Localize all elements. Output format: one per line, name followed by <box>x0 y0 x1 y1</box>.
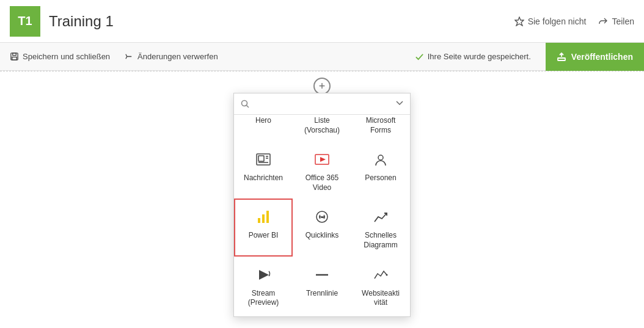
logo-text: T1 <box>18 14 32 28</box>
save-status-text: Ihre Seite wurde gespeichert. <box>428 52 531 61</box>
svg-marker-23 <box>320 157 326 162</box>
hero-label: Hero <box>255 116 271 126</box>
personen-icon <box>370 148 392 170</box>
picker-item-office365video[interactable]: Office 365 Video <box>293 141 351 199</box>
star-icon <box>514 16 524 26</box>
discard-label: Änderungen verwerfen <box>137 52 218 61</box>
follow-button[interactable]: Sie folgen nicht <box>514 16 587 26</box>
content-area: + HeroListe (Vorschau)Microsoft FormsNac… <box>0 71 644 328</box>
save-close-button[interactable]: Speichern und schließen <box>10 52 110 61</box>
picker-item-trennlinie[interactable]: Trennlinie <box>293 257 351 314</box>
page-title: Training 1 <box>49 13 114 30</box>
svg-rect-4 <box>558 58 565 60</box>
add-webpart-button[interactable]: + <box>313 78 331 95</box>
page-logo: T1 <box>10 6 40 37</box>
picker-item-quicklinks[interactable]: Quicklinks <box>293 199 351 256</box>
save-status: Ihre Seite wurde gespeichert. <box>415 52 531 61</box>
microsoft-forms-label: Microsoft Forms <box>366 116 396 135</box>
publish-icon <box>557 52 566 62</box>
picker-item-personen[interactable]: Personen <box>351 141 410 199</box>
personen-label: Personen <box>365 173 396 183</box>
picker-item-hero[interactable]: Hero <box>234 115 293 141</box>
share-label: Teilen <box>612 16 634 26</box>
share-icon <box>598 16 608 26</box>
office365video-icon <box>311 148 333 170</box>
svg-rect-18 <box>258 156 264 161</box>
svg-marker-29 <box>259 270 269 280</box>
picker-item-schnelles-diagramm[interactable]: Schnelles Diagramm <box>351 199 410 256</box>
svg-rect-27 <box>266 211 269 223</box>
svg-point-24 <box>378 155 383 160</box>
picker-item-websiteaktivitaet[interactable]: Websiteakti vität <box>351 257 410 314</box>
quicklinks-icon <box>311 206 333 228</box>
save-close-label: Speichern und schließen <box>23 52 110 61</box>
expand-icon <box>395 98 404 107</box>
trennlinie-icon <box>311 264 333 286</box>
header-actions: Sie folgen nicht Teilen <box>514 16 634 26</box>
office365video-label: Office 365 Video <box>306 173 338 192</box>
svg-marker-0 <box>515 17 524 26</box>
stream-label: Stream (Preview) <box>248 289 279 308</box>
search-icon <box>240 99 250 109</box>
follow-label: Sie folgen nicht <box>528 16 587 26</box>
check-icon <box>415 52 424 61</box>
quicklinks-label: Quicklinks <box>306 231 339 241</box>
discard-icon <box>125 52 134 61</box>
nachrichten-label: Nachrichten <box>244 173 283 183</box>
websiteaktivitaet-icon <box>370 264 392 286</box>
svg-point-31 <box>386 274 388 275</box>
picker-item-microsoft-forms[interactable]: Microsoft Forms <box>351 115 410 141</box>
publish-button[interactable]: Veröffentlichen <box>546 43 644 71</box>
powerbi-icon <box>252 206 274 228</box>
page-header: T1 Training 1 Sie folgen nicht Teilen <box>0 0 644 43</box>
save-icon <box>10 52 19 61</box>
nachrichten-icon <box>252 148 274 170</box>
picker-item-nachrichten[interactable]: Nachrichten <box>234 141 293 199</box>
picker-item-liste[interactable]: Liste (Vorschau) <box>293 115 351 141</box>
toolbar: Speichern und schließen Änderungen verwe… <box>0 43 644 71</box>
picker-grid: HeroListe (Vorschau)Microsoft FormsNachr… <box>234 115 410 316</box>
picker-item-stream[interactable]: Stream (Preview) <box>234 257 293 314</box>
trennlinie-label: Trennlinie <box>306 289 338 299</box>
svg-rect-25 <box>258 218 260 223</box>
powerbi-label: Power BI <box>249 231 279 241</box>
picker-item-powerbi[interactable]: Power BI <box>234 199 293 256</box>
picker-search-input[interactable] <box>255 99 390 109</box>
svg-rect-26 <box>262 214 265 223</box>
publish-label: Veröffentlichen <box>571 52 633 62</box>
svg-line-6 <box>247 106 249 108</box>
picker-expand-button[interactable] <box>395 98 404 109</box>
svg-rect-3 <box>12 57 17 60</box>
svg-rect-2 <box>13 53 16 56</box>
schnelles-diagramm-label: Schnelles Diagramm <box>364 231 397 250</box>
discard-button[interactable]: Änderungen verwerfen <box>125 52 218 61</box>
stream-icon <box>252 264 274 286</box>
liste-label: Liste (Vorschau) <box>304 116 340 135</box>
webpart-picker: HeroListe (Vorschau)Microsoft FormsNachr… <box>233 93 411 317</box>
websiteaktivitaet-label: Websiteakti vität <box>362 289 400 308</box>
svg-point-5 <box>242 101 247 106</box>
picker-header <box>234 93 410 115</box>
schnelles-diagramm-icon <box>370 206 392 228</box>
share-button[interactable]: Teilen <box>598 16 634 26</box>
